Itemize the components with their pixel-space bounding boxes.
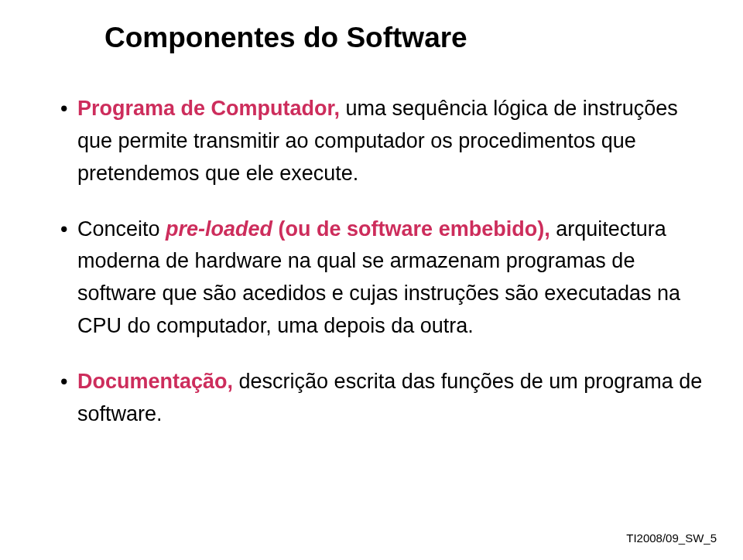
bullet-list: Programa de Computador, uma sequência ló… <box>39 93 704 431</box>
term-highlight: Programa de Computador, <box>77 97 340 120</box>
bullet-item: Programa de Computador, uma sequência ló… <box>60 93 704 190</box>
bullet-item: Conceito pre-loaded (ou de software embe… <box>60 213 704 343</box>
slide-footer: TI2008/09_SW_5 <box>626 531 717 545</box>
slide-title: Componentes do Software <box>104 22 704 54</box>
term-highlight: (ou de software embebido), <box>272 217 550 241</box>
term-highlight: Documentação, <box>77 370 233 393</box>
term-highlight-italic: pre-loaded <box>166 217 272 241</box>
bullet-item: Documentação, descrição escrita das funç… <box>60 366 704 431</box>
bullet-prefix: Conceito <box>77 217 166 241</box>
